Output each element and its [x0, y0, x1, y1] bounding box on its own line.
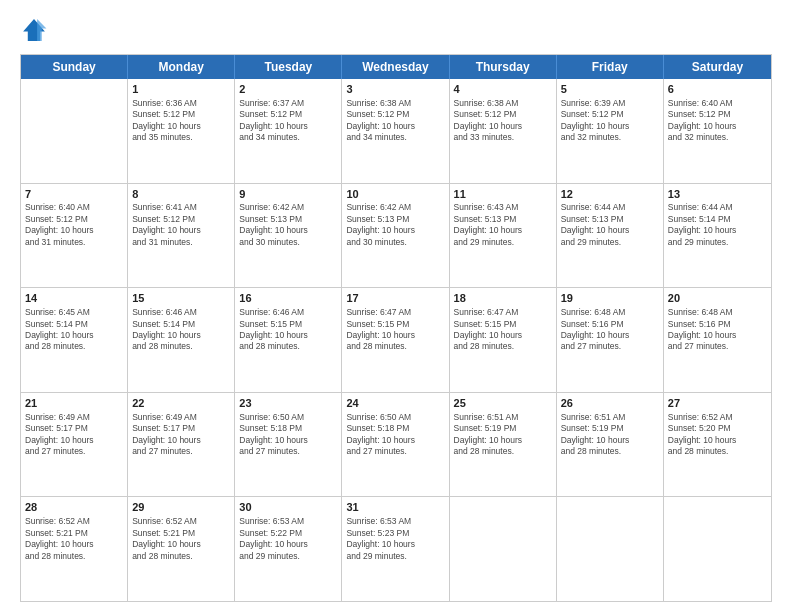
day-cell-29: 29Sunrise: 6:52 AM Sunset: 5:21 PM Dayli…	[128, 497, 235, 601]
week-row-1: 1Sunrise: 6:36 AM Sunset: 5:12 PM Daylig…	[21, 79, 771, 184]
day-number: 20	[668, 291, 767, 306]
day-cell-19: 19Sunrise: 6:48 AM Sunset: 5:16 PM Dayli…	[557, 288, 664, 392]
day-info: Sunrise: 6:49 AM Sunset: 5:17 PM Dayligh…	[25, 412, 123, 458]
calendar-header: SundayMondayTuesdayWednesdayThursdayFrid…	[21, 55, 771, 79]
day-info: Sunrise: 6:52 AM Sunset: 5:21 PM Dayligh…	[132, 516, 230, 562]
day-info: Sunrise: 6:38 AM Sunset: 5:12 PM Dayligh…	[454, 98, 552, 144]
day-info: Sunrise: 6:52 AM Sunset: 5:20 PM Dayligh…	[668, 412, 767, 458]
day-number: 6	[668, 82, 767, 97]
weekday-header-saturday: Saturday	[664, 55, 771, 79]
day-number: 9	[239, 187, 337, 202]
day-cell-8: 8Sunrise: 6:41 AM Sunset: 5:12 PM Daylig…	[128, 184, 235, 288]
day-number: 14	[25, 291, 123, 306]
week-row-4: 21Sunrise: 6:49 AM Sunset: 5:17 PM Dayli…	[21, 393, 771, 498]
day-cell-18: 18Sunrise: 6:47 AM Sunset: 5:15 PM Dayli…	[450, 288, 557, 392]
day-cell-12: 12Sunrise: 6:44 AM Sunset: 5:13 PM Dayli…	[557, 184, 664, 288]
week-row-5: 28Sunrise: 6:52 AM Sunset: 5:21 PM Dayli…	[21, 497, 771, 601]
day-number: 30	[239, 500, 337, 515]
header	[20, 16, 772, 44]
day-cell-1: 1Sunrise: 6:36 AM Sunset: 5:12 PM Daylig…	[128, 79, 235, 183]
day-number: 13	[668, 187, 767, 202]
empty-cell	[557, 497, 664, 601]
week-row-2: 7Sunrise: 6:40 AM Sunset: 5:12 PM Daylig…	[21, 184, 771, 289]
page: SundayMondayTuesdayWednesdayThursdayFrid…	[0, 0, 792, 612]
day-number: 10	[346, 187, 444, 202]
day-number: 16	[239, 291, 337, 306]
day-info: Sunrise: 6:46 AM Sunset: 5:14 PM Dayligh…	[132, 307, 230, 353]
day-info: Sunrise: 6:40 AM Sunset: 5:12 PM Dayligh…	[25, 202, 123, 248]
day-info: Sunrise: 6:37 AM Sunset: 5:12 PM Dayligh…	[239, 98, 337, 144]
day-cell-10: 10Sunrise: 6:42 AM Sunset: 5:13 PM Dayli…	[342, 184, 449, 288]
day-number: 11	[454, 187, 552, 202]
weekday-header-thursday: Thursday	[450, 55, 557, 79]
calendar: SundayMondayTuesdayWednesdayThursdayFrid…	[20, 54, 772, 602]
day-info: Sunrise: 6:43 AM Sunset: 5:13 PM Dayligh…	[454, 202, 552, 248]
day-info: Sunrise: 6:39 AM Sunset: 5:12 PM Dayligh…	[561, 98, 659, 144]
day-cell-31: 31Sunrise: 6:53 AM Sunset: 5:23 PM Dayli…	[342, 497, 449, 601]
empty-cell	[21, 79, 128, 183]
day-number: 7	[25, 187, 123, 202]
day-info: Sunrise: 6:44 AM Sunset: 5:13 PM Dayligh…	[561, 202, 659, 248]
day-number: 5	[561, 82, 659, 97]
day-info: Sunrise: 6:48 AM Sunset: 5:16 PM Dayligh…	[668, 307, 767, 353]
day-info: Sunrise: 6:40 AM Sunset: 5:12 PM Dayligh…	[668, 98, 767, 144]
weekday-header-monday: Monday	[128, 55, 235, 79]
day-info: Sunrise: 6:52 AM Sunset: 5:21 PM Dayligh…	[25, 516, 123, 562]
day-number: 28	[25, 500, 123, 515]
day-info: Sunrise: 6:38 AM Sunset: 5:12 PM Dayligh…	[346, 98, 444, 144]
day-number: 17	[346, 291, 444, 306]
day-number: 25	[454, 396, 552, 411]
day-cell-14: 14Sunrise: 6:45 AM Sunset: 5:14 PM Dayli…	[21, 288, 128, 392]
logo	[20, 16, 52, 44]
day-cell-20: 20Sunrise: 6:48 AM Sunset: 5:16 PM Dayli…	[664, 288, 771, 392]
day-number: 27	[668, 396, 767, 411]
day-info: Sunrise: 6:50 AM Sunset: 5:18 PM Dayligh…	[346, 412, 444, 458]
day-cell-17: 17Sunrise: 6:47 AM Sunset: 5:15 PM Dayli…	[342, 288, 449, 392]
day-info: Sunrise: 6:44 AM Sunset: 5:14 PM Dayligh…	[668, 202, 767, 248]
day-number: 26	[561, 396, 659, 411]
day-cell-11: 11Sunrise: 6:43 AM Sunset: 5:13 PM Dayli…	[450, 184, 557, 288]
empty-cell	[664, 497, 771, 601]
weekday-header-tuesday: Tuesday	[235, 55, 342, 79]
day-cell-15: 15Sunrise: 6:46 AM Sunset: 5:14 PM Dayli…	[128, 288, 235, 392]
day-cell-24: 24Sunrise: 6:50 AM Sunset: 5:18 PM Dayli…	[342, 393, 449, 497]
day-cell-9: 9Sunrise: 6:42 AM Sunset: 5:13 PM Daylig…	[235, 184, 342, 288]
day-info: Sunrise: 6:50 AM Sunset: 5:18 PM Dayligh…	[239, 412, 337, 458]
day-number: 22	[132, 396, 230, 411]
day-number: 2	[239, 82, 337, 97]
day-number: 18	[454, 291, 552, 306]
day-number: 24	[346, 396, 444, 411]
empty-cell	[450, 497, 557, 601]
day-cell-2: 2Sunrise: 6:37 AM Sunset: 5:12 PM Daylig…	[235, 79, 342, 183]
day-cell-6: 6Sunrise: 6:40 AM Sunset: 5:12 PM Daylig…	[664, 79, 771, 183]
week-row-3: 14Sunrise: 6:45 AM Sunset: 5:14 PM Dayli…	[21, 288, 771, 393]
day-cell-30: 30Sunrise: 6:53 AM Sunset: 5:22 PM Dayli…	[235, 497, 342, 601]
day-number: 23	[239, 396, 337, 411]
day-number: 21	[25, 396, 123, 411]
day-cell-23: 23Sunrise: 6:50 AM Sunset: 5:18 PM Dayli…	[235, 393, 342, 497]
day-info: Sunrise: 6:45 AM Sunset: 5:14 PM Dayligh…	[25, 307, 123, 353]
day-cell-7: 7Sunrise: 6:40 AM Sunset: 5:12 PM Daylig…	[21, 184, 128, 288]
day-cell-27: 27Sunrise: 6:52 AM Sunset: 5:20 PM Dayli…	[664, 393, 771, 497]
day-info: Sunrise: 6:49 AM Sunset: 5:17 PM Dayligh…	[132, 412, 230, 458]
day-number: 19	[561, 291, 659, 306]
day-info: Sunrise: 6:53 AM Sunset: 5:23 PM Dayligh…	[346, 516, 444, 562]
day-number: 15	[132, 291, 230, 306]
day-number: 12	[561, 187, 659, 202]
day-cell-16: 16Sunrise: 6:46 AM Sunset: 5:15 PM Dayli…	[235, 288, 342, 392]
day-number: 4	[454, 82, 552, 97]
day-cell-28: 28Sunrise: 6:52 AM Sunset: 5:21 PM Dayli…	[21, 497, 128, 601]
day-number: 1	[132, 82, 230, 97]
day-info: Sunrise: 6:48 AM Sunset: 5:16 PM Dayligh…	[561, 307, 659, 353]
day-cell-26: 26Sunrise: 6:51 AM Sunset: 5:19 PM Dayli…	[557, 393, 664, 497]
weekday-header-wednesday: Wednesday	[342, 55, 449, 79]
weekday-header-sunday: Sunday	[21, 55, 128, 79]
day-info: Sunrise: 6:36 AM Sunset: 5:12 PM Dayligh…	[132, 98, 230, 144]
day-info: Sunrise: 6:46 AM Sunset: 5:15 PM Dayligh…	[239, 307, 337, 353]
logo-icon	[20, 16, 48, 44]
day-cell-13: 13Sunrise: 6:44 AM Sunset: 5:14 PM Dayli…	[664, 184, 771, 288]
day-info: Sunrise: 6:47 AM Sunset: 5:15 PM Dayligh…	[454, 307, 552, 353]
day-number: 29	[132, 500, 230, 515]
day-info: Sunrise: 6:47 AM Sunset: 5:15 PM Dayligh…	[346, 307, 444, 353]
day-info: Sunrise: 6:42 AM Sunset: 5:13 PM Dayligh…	[346, 202, 444, 248]
